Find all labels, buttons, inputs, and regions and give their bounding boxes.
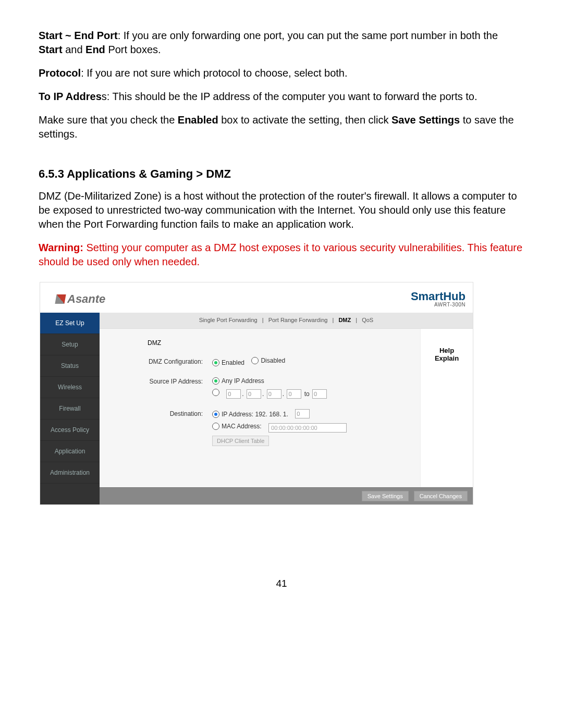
paragraph-warning: Warning: Setting your computer as a DMZ … bbox=[39, 241, 524, 269]
radio-label: Disabled bbox=[261, 357, 285, 364]
ip-octet-input[interactable] bbox=[312, 389, 327, 399]
help-heading: Help bbox=[421, 347, 473, 354]
warning-text: Setting your computer as a DMZ host expo… bbox=[39, 242, 522, 267]
radio-dot-icon bbox=[212, 389, 219, 396]
dest-ip-last-octet-input[interactable] bbox=[295, 409, 310, 418]
help-explain: Explain bbox=[421, 354, 473, 362]
sidebar-item-access-policy[interactable]: Access Policy bbox=[40, 419, 100, 441]
sidebar-item-status[interactable]: Status bbox=[40, 355, 100, 377]
ip-octet-input[interactable] bbox=[247, 389, 261, 399]
label-to: to bbox=[303, 390, 311, 398]
text-bold: Enabled bbox=[178, 114, 218, 126]
brand-right: SmartHub AWRT-300N bbox=[411, 291, 466, 307]
text: s bbox=[102, 91, 107, 102]
paragraph-start-end-port: Start ~ End Port: If you are only forwar… bbox=[39, 29, 524, 57]
subnav-item[interactable]: Port Range Forwarding bbox=[265, 317, 331, 323]
mac-address-input[interactable] bbox=[268, 423, 347, 433]
section-heading: 6.5.3 Applications & Gaming > DMZ bbox=[39, 167, 524, 181]
product-name: SmartHub bbox=[411, 291, 466, 302]
text-bold: End bbox=[85, 44, 105, 55]
text: : If you are not sure which protocol to … bbox=[81, 67, 347, 79]
radio-ip-range[interactable] bbox=[212, 389, 219, 396]
section-label: DMZ bbox=[109, 339, 170, 347]
text: box to activate the setting, then click bbox=[218, 114, 391, 126]
radio-label: Enabled bbox=[222, 359, 244, 366]
page-number: 41 bbox=[39, 578, 524, 589]
subnav-item[interactable]: QoS bbox=[359, 317, 376, 323]
text-bold: Start ~ End Port bbox=[39, 30, 118, 41]
text-bold: Save Settings bbox=[391, 114, 460, 126]
subnav-item[interactable]: Single Port Forwarding bbox=[196, 317, 261, 323]
text-bold: Start bbox=[39, 44, 63, 55]
radio-dot-icon bbox=[212, 411, 219, 418]
text: : This should be the IP address of the c… bbox=[107, 91, 478, 102]
brand-left: Asante bbox=[56, 292, 105, 306]
text: : If you are only forwarding one port, y… bbox=[118, 30, 498, 41]
text: Make sure that you check the bbox=[39, 114, 178, 126]
radio-label: Any IP Address bbox=[222, 377, 264, 385]
form-area: DMZ DMZ Configuration: Enabled bbox=[100, 329, 420, 487]
model-name: AWRT-300N bbox=[411, 302, 466, 307]
router-header: Asante SmartHub AWRT-300N bbox=[40, 282, 473, 313]
text: and bbox=[63, 44, 85, 55]
subnav-item-active[interactable]: DMZ bbox=[335, 317, 354, 323]
radio-label: IP Address: 192. 168. 1. bbox=[222, 411, 288, 418]
radio-dest-ip[interactable]: IP Address: 192. 168. 1. bbox=[212, 411, 288, 418]
radio-any-ip[interactable]: Any IP Address bbox=[212, 377, 264, 385]
router-ui: Asante SmartHub AWRT-300N EZ Set Up Setu… bbox=[40, 282, 473, 505]
radio-dot-icon bbox=[251, 357, 259, 364]
radio-label: MAC Address: bbox=[222, 423, 262, 430]
sidebar-item-firewall[interactable]: Firewall bbox=[40, 398, 100, 419]
paragraph-enabled-save: Make sure that you check the Enabled box… bbox=[39, 113, 524, 141]
ip-octet-input[interactable] bbox=[267, 389, 282, 399]
sidebar-item-wireless[interactable]: Wireless bbox=[40, 377, 100, 398]
help-panel: Help Explain bbox=[420, 329, 473, 487]
radio-disabled[interactable]: Disabled bbox=[251, 357, 285, 364]
dhcp-client-table-button[interactable]: DHCP Client Table bbox=[212, 436, 269, 446]
paragraph-to-ip: To IP Address: This should be the IP add… bbox=[39, 90, 524, 104]
text-bold: Protocol bbox=[39, 67, 81, 79]
radio-dot-icon bbox=[212, 377, 219, 385]
label-source-ip: Source IP Address: bbox=[109, 377, 212, 385]
radio-dot-icon bbox=[212, 423, 219, 430]
sidebar: EZ Set Up Setup Status Wireless Firewall… bbox=[40, 313, 100, 504]
radio-dest-mac[interactable]: MAC Address: bbox=[212, 423, 262, 430]
ip-octet-input[interactable] bbox=[287, 389, 301, 399]
subnav: Single Port Forwarding | Port Range Forw… bbox=[100, 313, 473, 329]
asante-logo-icon bbox=[55, 294, 66, 304]
text-bold: To IP Addres bbox=[39, 91, 102, 102]
radio-enabled[interactable]: Enabled bbox=[212, 359, 244, 366]
save-settings-button[interactable]: Save Settings bbox=[362, 491, 409, 501]
sidebar-item-ezsetup[interactable]: EZ Set Up bbox=[40, 313, 100, 334]
brand-name: Asante bbox=[67, 292, 105, 306]
label-destination: Destination: bbox=[109, 409, 212, 417]
sidebar-spacer bbox=[40, 484, 100, 504]
ip-octet-input[interactable] bbox=[226, 389, 241, 399]
label-dmz-config: DMZ Configuration: bbox=[109, 357, 212, 365]
radio-dot-icon bbox=[212, 359, 219, 366]
text: Port boxes. bbox=[105, 44, 161, 55]
paragraph-protocol: Protocol: If you are not sure which prot… bbox=[39, 66, 524, 80]
warning-label: Warning: bbox=[39, 242, 83, 253]
cancel-changes-button[interactable]: Cancel Changes bbox=[414, 491, 468, 501]
paragraph-dmz-desc: DMZ (De-Militarized Zone) is a host with… bbox=[39, 189, 524, 231]
footer-bar: Save Settings Cancel Changes bbox=[100, 487, 473, 504]
sidebar-item-application[interactable]: Application bbox=[40, 441, 100, 462]
sidebar-item-setup[interactable]: Setup bbox=[40, 334, 100, 355]
sidebar-item-administration[interactable]: Administration bbox=[40, 462, 100, 484]
